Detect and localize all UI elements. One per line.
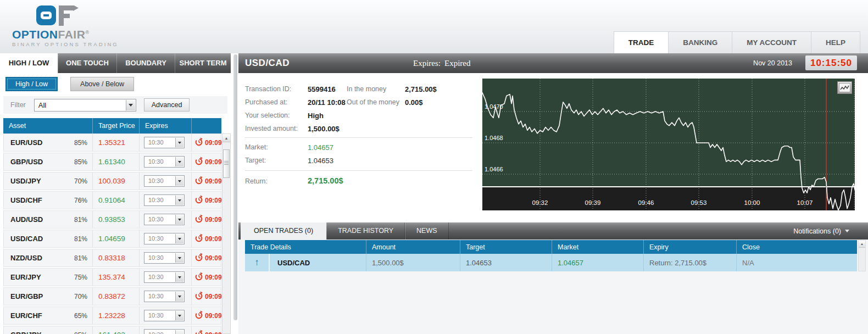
countdown-clock-icon: [194, 310, 203, 321]
chart-type-button[interactable]: [837, 81, 852, 94]
expiry-select[interactable]: 10:30: [144, 194, 185, 206]
trades-tabbar: OPEN TRADES (0)TRADE HISTORYNEWSNotifica…: [238, 222, 868, 240]
transaction-details: Transaction ID:5599416Purchased at:20/11…: [238, 73, 480, 219]
expires-cell: 10:30: [140, 134, 192, 151]
chevron-down-icon[interactable]: [175, 330, 183, 334]
expiry-select[interactable]: 10:30: [144, 329, 185, 334]
asset-cell: GBP/JPY85%: [4, 326, 93, 334]
notifications-label: Notifications (0): [793, 227, 841, 235]
chevron-down-icon[interactable]: [175, 196, 183, 205]
target-price: 0.83318: [93, 249, 140, 266]
expiry-select[interactable]: 10:30: [144, 214, 185, 225]
subtab-above-below[interactable]: Above / Below: [70, 77, 134, 91]
expiry-select[interactable]: 10:30: [144, 137, 185, 148]
asset-row-usd-chf[interactable]: USD/CHF76%0.9106410:3009:09: [3, 191, 221, 209]
detail-label-your-selection: Your selection:: [245, 112, 290, 119]
scroll-up-icon[interactable]: ▲: [222, 134, 230, 142]
scroll-up-icon[interactable]: ▲: [859, 241, 865, 248]
asset-row-eur-chf[interactable]: EUR/CHF65%1.2322810:3009:09: [3, 307, 221, 325]
asset-name: GBP/USD: [10, 158, 43, 166]
scroll-thumb[interactable]: [223, 149, 230, 178]
detail-value-purchased-at: 20/11 10:08: [308, 98, 346, 107]
filter-label: Filter: [10, 101, 26, 109]
tab-open-trades-0[interactable]: OPEN TRADES (0): [241, 222, 326, 240]
tab-trade-history[interactable]: TRADE HISTORY: [326, 222, 405, 240]
countdown-clock-icon: [194, 157, 203, 168]
nav-tab-my-account[interactable]: MY ACCOUNT: [732, 31, 811, 53]
detail-label-transaction-id: Transaction ID:: [245, 85, 291, 93]
chevron-down-icon[interactable]: [175, 292, 183, 301]
asset-row-gbp-usd[interactable]: GBP/USD85%1.6134010:3009:09: [3, 153, 221, 171]
asset-row-eur-usd[interactable]: EUR/USD85%1.3532110:3009:09: [3, 133, 221, 152]
countdown-clock-icon: [194, 137, 203, 148]
nav-tab-trade[interactable]: TRADE: [614, 31, 669, 53]
main-nav: TRADEBANKINGMY ACCOUNTHELP: [614, 31, 860, 53]
chevron-down-icon[interactable]: [175, 138, 183, 147]
expiry-select[interactable]: 10:30: [144, 233, 185, 244]
notifications-dropdown[interactable]: Notifications (0): [793, 222, 849, 240]
asset-name: EUR/USD: [10, 138, 43, 147]
trades-col-header-target: Target: [460, 240, 552, 254]
nav-tab-help[interactable]: HELP: [811, 31, 860, 53]
chevron-down-icon[interactable]: [175, 157, 183, 166]
expiry-select[interactable]: 10:30: [144, 271, 185, 283]
expires-cell: 10:30: [140, 230, 192, 247]
expiry-select[interactable]: 10:30: [144, 310, 185, 321]
option-tab-boundary[interactable]: BOUNDARY: [116, 53, 175, 73]
chevron-down-icon[interactable]: [175, 234, 183, 243]
tab-news[interactable]: NEWS: [405, 222, 449, 240]
countdown-time: 09:09: [205, 139, 222, 147]
svg-text:1.0468: 1.0468: [485, 135, 503, 141]
asset-name: EUR/GBP: [10, 292, 43, 300]
asset-cell: USD/CAD81%: [4, 230, 93, 247]
logo-of-icon: [36, 5, 119, 26]
chevron-down-icon[interactable]: [126, 100, 135, 110]
asset-row-aud-usd[interactable]: AUD/USD81%0.9385310:3009:09: [3, 210, 221, 229]
asset-col-header-countdown: [191, 118, 221, 133]
countdown-clock-icon: [194, 291, 203, 302]
asset-payout: 65%: [74, 312, 87, 320]
filter-select[interactable]: All: [34, 99, 136, 112]
svg-text:10:07: 10:07: [797, 199, 813, 206]
option-tab-one-touch[interactable]: ONE TOUCH: [58, 53, 116, 73]
chevron-down-icon[interactable]: [175, 272, 183, 282]
chevron-down-icon[interactable]: [175, 253, 183, 263]
expires-cell: 10:30: [140, 172, 192, 190]
countdown-time: 09:09: [205, 274, 222, 281]
chevron-down-icon[interactable]: [175, 215, 183, 224]
option-tab-short-term[interactable]: SHORT TERM: [175, 53, 231, 73]
asset-list-scrollbar[interactable]: ▲: [222, 133, 231, 334]
nav-tab-banking[interactable]: BANKING: [668, 31, 732, 53]
chevron-down-icon[interactable]: [175, 176, 183, 186]
expiry-select[interactable]: 10:30: [144, 156, 185, 168]
trade-expiry: Return: 2,715.00$: [643, 254, 736, 271]
asset-row-usd-cad[interactable]: USD/CAD81%1.0465910:3009:09: [3, 230, 221, 248]
asset-row-gbp-jpy[interactable]: GBP/JPY85%161.40310:3009:09: [3, 326, 221, 334]
advanced-button[interactable]: Advanced: [144, 98, 190, 112]
divider: [245, 137, 472, 138]
expires-cell: 10:30: [140, 288, 192, 305]
option-tab-high-low[interactable]: HIGH / LOW: [0, 53, 58, 73]
countdown-time: 09:09: [205, 312, 222, 320]
expiry-select[interactable]: 10:30: [144, 252, 185, 264]
trade-asset: USD/CAD: [269, 254, 366, 271]
market-value: 1.04657: [308, 143, 333, 152]
subtab-high-low[interactable]: High / Low: [5, 77, 58, 91]
asset-row-eur-gbp[interactable]: EUR/GBP70%0.8387210:3009:09: [3, 287, 221, 305]
asset-table-header: AssetTarget PriceExpires: [3, 118, 221, 133]
target-price: 1.23228: [93, 307, 140, 324]
asset-row-eur-jpy[interactable]: EUR/JPY75%135.37410:3009:09: [3, 268, 221, 286]
countdown-cell: 09:09: [192, 134, 221, 151]
asset-row-nzd-usd[interactable]: NZD/USD81%0.8331810:3009:09: [3, 249, 221, 267]
asset-row-usd-jpy[interactable]: USD/JPY70%100.03910:3009:09: [3, 172, 221, 190]
countdown-clock-icon: [194, 176, 203, 187]
current-date: Nov 20 2013: [753, 53, 792, 73]
expires-cell: 10:30: [140, 153, 192, 170]
expiry-select[interactable]: 10:30: [144, 291, 185, 302]
trades-scrollbar[interactable]: ▲: [858, 240, 866, 271]
expiry-select[interactable]: 10:30: [144, 175, 185, 187]
detail-value-in-the-money: 2,715.00$: [405, 85, 437, 93]
brand-name: OPTIONFAIR®: [12, 27, 119, 40]
chevron-down-icon[interactable]: [175, 311, 183, 320]
open-trade-row[interactable]: ↑USD/CAD1,500.00$1.046531.04657Return: 2…: [245, 254, 857, 271]
